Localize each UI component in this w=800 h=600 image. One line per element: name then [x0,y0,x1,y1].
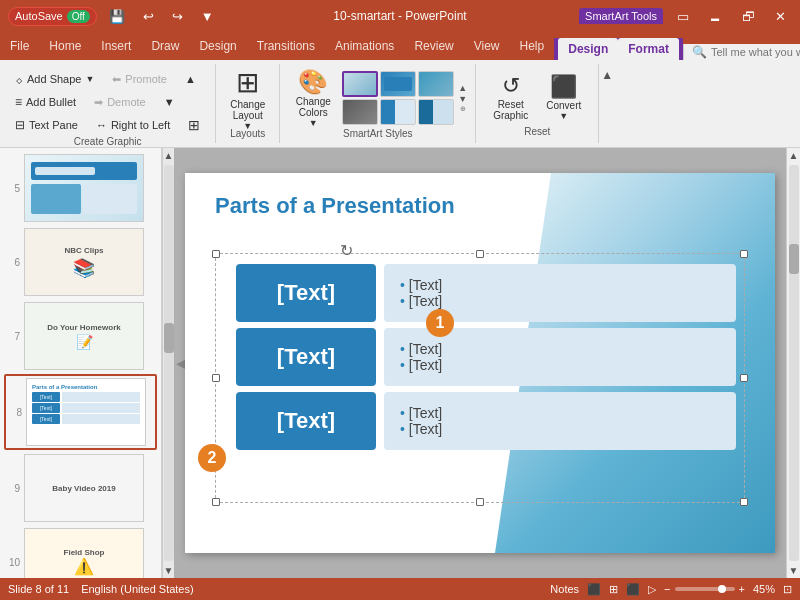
change-colors-label: ChangeColors [296,96,331,118]
zoom-level[interactable]: 45% [753,583,775,595]
slides-scrollbar: ▲ ▼ [162,148,174,578]
customize-button[interactable]: ▼ [195,7,220,26]
add-shape-row: ⬦ Add Shape ▼ ⬅ Promote ▲ [8,68,207,90]
slide-item-5[interactable]: 5 [4,152,157,224]
promote-icon: ⬅ [112,73,121,86]
notes-button[interactable]: Notes [550,583,579,595]
smartart-box-3[interactable]: [Text] [236,392,376,450]
right-to-left-button[interactable]: ↔ Right to Left [89,116,177,134]
ribbon-collapse-button[interactable]: ▲ [601,68,613,82]
zoom-minus[interactable]: − [664,583,670,595]
text-pane-button[interactable]: ⊟ Text Pane [8,115,85,135]
save-button[interactable]: 💾 [103,7,131,26]
tab-help[interactable]: Help [510,32,555,60]
text-pane-icon: ⊟ [15,118,25,132]
canvas-scrollbar: ▲ ▼ [786,148,800,578]
layouts-group: ⊞ ChangeLayout ▼ Layouts [216,64,280,143]
smartart-bullet-3-1: • [Text] [400,405,720,421]
gallery-item-6[interactable] [418,99,454,125]
view-slideshow-icon[interactable]: ▷ [648,583,656,596]
slide-thumb-7: Do Your Homework 📝 [24,302,144,370]
add-shape-button[interactable]: ⬦ Add Shape ▼ [8,68,101,90]
canvas-scroll-thumb[interactable] [789,244,799,274]
view-normal-icon[interactable]: ⬛ [587,583,601,596]
slide-item-6[interactable]: 6 NBC Clips 📚 [4,226,157,298]
change-layout-button[interactable]: ⊞ ChangeLayout ▼ [224,68,271,128]
zoom-track [675,587,735,591]
convert-chevron[interactable]: ▼ [559,111,568,121]
tab-draw[interactable]: Draw [141,32,189,60]
gallery-item-1[interactable] [342,71,378,97]
reset-graphic-button[interactable]: ↺ ResetGraphic [488,68,533,126]
gallery-item-2[interactable] [380,71,416,97]
tab-design[interactable]: Design [189,32,246,60]
add-shape-icon: ⬦ [15,71,23,87]
move-up-button[interactable]: ▲ [178,70,203,88]
minimize-button[interactable]: 🗕 [703,7,728,26]
smartart-container[interactable]: 1 2 [Text] • [Text] • [215,253,745,503]
tab-smartart-design[interactable]: Design [558,38,618,60]
tab-animations[interactable]: Animations [325,32,404,60]
slide-item-10[interactable]: 10 Field Shop ⚠️ [4,526,157,578]
handle-br[interactable] [740,498,748,506]
gallery-item-4[interactable] [342,99,378,125]
change-colors-chevron[interactable]: ▼ [309,118,318,128]
title-bar-right: SmartArt Tools ▭ 🗕 🗗 ✕ [579,7,792,26]
smartart-box-1[interactable]: [Text] [236,264,376,322]
add-bullet-button[interactable]: ≡ Add Bullet [8,92,83,112]
layout-icon-button[interactable]: ⊞ [181,114,207,136]
restore-button[interactable]: 🗗 [736,7,761,26]
zoom-plus[interactable]: + [739,583,745,595]
ribbon-tabs-bar: File Home Insert Draw Design Transitions… [0,32,800,60]
layouts-content: ⊞ ChangeLayout ▼ [224,68,271,128]
smartart-box-2[interactable]: [Text] [236,328,376,386]
slide-num-10: 10 [6,557,20,568]
handle-tl[interactable] [212,250,220,258]
move-down-button[interactable]: ▼ [157,93,182,111]
fit-window-icon[interactable]: ⊡ [783,583,792,596]
gallery-item-5[interactable] [380,99,416,125]
canvas-scroll-down[interactable]: ▼ [787,563,800,578]
handle-bm[interactable] [476,498,484,506]
scroll-thumb[interactable] [164,323,174,353]
tab-transitions[interactable]: Transitions [247,32,325,60]
handle-tr[interactable] [740,250,748,258]
canvas-scroll-up[interactable]: ▲ [787,148,800,163]
handle-ml[interactable] [212,374,220,382]
tell-me-input[interactable] [711,46,800,58]
tab-smartart-format[interactable]: Format [618,38,679,60]
promote-button[interactable]: ⬅ Promote [105,70,174,89]
tab-review[interactable]: Review [404,32,463,60]
handle-tm[interactable] [476,250,484,258]
reset-content: ↺ ResetGraphic ⬛ Convert ▼ [488,68,586,126]
add-shape-chevron[interactable]: ▼ [85,74,94,84]
view-slide-sorter-icon[interactable]: ⊞ [609,583,618,596]
demote-button[interactable]: ➡ Demote [87,93,153,112]
ribbon: ⬦ Add Shape ▼ ⬅ Promote ▲ ≡ Add Bullet ➡… [0,60,800,148]
zoom-thumb[interactable] [718,585,726,593]
handle-bl[interactable] [212,498,220,506]
style-gallery [342,71,454,125]
change-colors-button[interactable]: 🎨 ChangeColors ▼ [288,68,338,128]
autosave-badge[interactable]: AutoSave Off [8,7,97,26]
gallery-item-3[interactable] [418,71,454,97]
tab-insert[interactable]: Insert [91,32,141,60]
view-reading-icon[interactable]: ⬛ [626,583,640,596]
zoom-slider[interactable]: − + [664,583,745,595]
tab-home[interactable]: Home [39,32,91,60]
undo-button[interactable]: ↩ [137,7,160,26]
redo-button[interactable]: ↪ [166,7,189,26]
convert-button[interactable]: ⬛ Convert ▼ [541,69,586,126]
tab-view[interactable]: View [464,32,510,60]
close-button[interactable]: ✕ [769,7,792,26]
smartart-row-2: [Text] • [Text] • [Text] [236,328,736,386]
handle-mr[interactable] [740,374,748,382]
canvas-area: ◀ Parts of a Presentation ↻ 1 2 [174,148,786,578]
autosave-toggle[interactable]: Off [67,10,90,23]
gallery-scroll-arrow[interactable]: ▲ ▼ ⊕ [458,83,467,113]
slide-item-8[interactable]: 8 Parts of a Presentation [Text] [Text] [4,374,157,450]
ribbon-display-button[interactable]: ▭ [671,7,695,26]
slide-item-7[interactable]: 7 Do Your Homework 📝 [4,300,157,372]
tab-file[interactable]: File [0,32,39,60]
slide-item-9[interactable]: 9 Baby Video 2019 [4,452,157,524]
